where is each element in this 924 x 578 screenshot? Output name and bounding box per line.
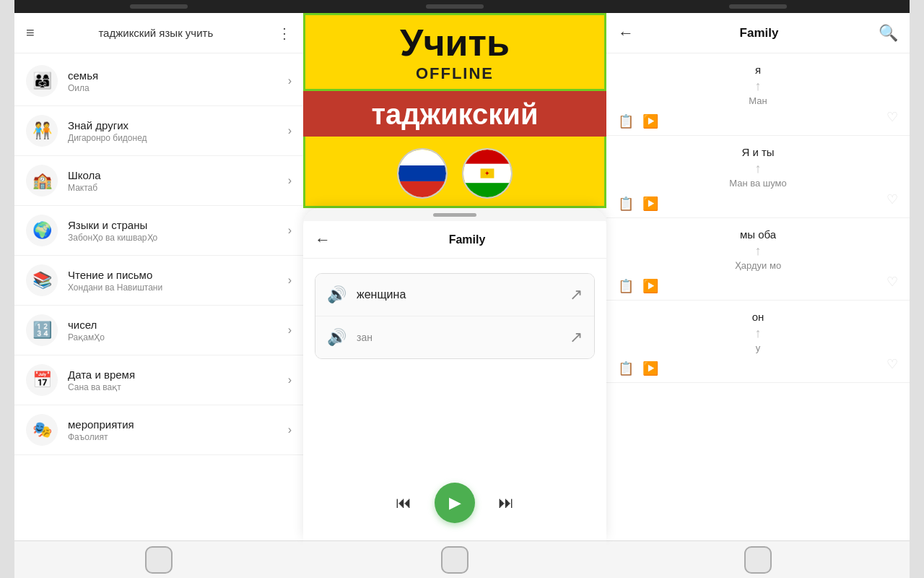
menu-arrow-0: › bbox=[288, 74, 292, 87]
right-notch bbox=[606, 0, 910, 13]
menu-item-text-6: Дата и время Сана ва вақт bbox=[68, 368, 288, 392]
menu-arrow-6: › bbox=[288, 374, 292, 387]
vocab-tj-2: Ҳардуи мо bbox=[618, 260, 898, 271]
vocab-heart-3[interactable]: ♡ bbox=[886, 356, 898, 372]
play-button[interactable]: ▶ bbox=[435, 483, 475, 523]
menu-item-main-1: Знай других bbox=[68, 119, 288, 131]
vocab-heart-1[interactable]: ♡ bbox=[886, 191, 898, 207]
russia-flag bbox=[397, 148, 448, 199]
right-phone: ← Family 🔍 я ↑ Ман 📋 ▶️ ♡ Я и ты ↑ Ман в… bbox=[606, 0, 910, 578]
inner-back-icon[interactable]: ← bbox=[315, 230, 331, 249]
svg-text:✦: ✦ bbox=[484, 169, 490, 177]
menu-item-main-5: чисел bbox=[68, 319, 288, 331]
menu-item-6[interactable]: 📅 Дата и время Сана ва вақт › bbox=[14, 355, 303, 405]
play-icon: ▶ bbox=[449, 493, 461, 512]
menu-item-sub-2: Мактаб bbox=[68, 183, 288, 193]
menu-item-main-6: Дата и время bbox=[68, 368, 288, 381]
share-icon-1[interactable]: ↗ bbox=[570, 285, 583, 304]
menu-item-sub-6: Сана ва вақт bbox=[68, 382, 288, 392]
left-header: ≡ таджикский язык учить ⋮ bbox=[14, 13, 303, 53]
menu-item-text-2: Школа Мактаб bbox=[68, 169, 288, 193]
inner-phone-card: ← Family 🔊 женщина ↗ 🔊 зан ↗ ⏮ ▶ ⏭ bbox=[303, 208, 606, 540]
middle-notch bbox=[303, 0, 606, 13]
home-button[interactable] bbox=[145, 546, 173, 574]
vocab-note-icon-3[interactable]: 📋 bbox=[618, 361, 634, 376]
inner-header: ← Family bbox=[303, 221, 606, 259]
middle-notch-bar bbox=[426, 4, 484, 9]
vocab-ru-3: он bbox=[618, 311, 898, 323]
menu-arrow-2: › bbox=[288, 174, 292, 187]
vocab-note-icon-2[interactable]: 📋 bbox=[618, 278, 634, 294]
more-options-icon[interactable]: ⋮ bbox=[277, 25, 292, 42]
sound-icon-1[interactable]: 🔊 bbox=[327, 285, 346, 304]
menu-item-sub-3: ЗабонҲо ва кишварҲо bbox=[68, 233, 288, 243]
menu-item-icon-2: 🏫 bbox=[26, 165, 58, 197]
left-header-title: таджикский язык учить bbox=[35, 27, 277, 39]
vocab-item-3: он ↑ у 📋 ▶️ ♡ bbox=[606, 301, 910, 383]
vocab-actions-2: 📋 ▶️ bbox=[618, 278, 898, 294]
vocab-tj-3: у bbox=[618, 342, 898, 353]
menu-item-4[interactable]: 📚 Чтение и письмо Хондани ва Навиштани › bbox=[14, 256, 303, 306]
hamburger-icon[interactable]: ≡ bbox=[26, 25, 35, 41]
sound-icon-2[interactable]: 🔊 bbox=[327, 328, 346, 347]
vocab-play-icon-0[interactable]: ▶️ bbox=[642, 113, 658, 129]
vocab-play-icon-3[interactable]: ▶️ bbox=[642, 361, 658, 376]
svg-rect-9 bbox=[463, 183, 511, 197]
inner-notch bbox=[303, 208, 606, 221]
vocab-heart-2[interactable]: ♡ bbox=[886, 274, 898, 290]
menu-item-sub-5: РақамҲо bbox=[68, 332, 288, 342]
prev-button[interactable]: ⏮ bbox=[396, 493, 411, 512]
next-button[interactable]: ⏭ bbox=[498, 493, 514, 512]
word-row-1: 🔊 женщина ↗ bbox=[315, 274, 594, 316]
vocab-item-2: мы оба ↑ Ҳардуи мо 📋 ▶️ ♡ bbox=[606, 218, 910, 301]
menu-item-0[interactable]: 👨‍👩‍👧 семья Оила › bbox=[14, 56, 303, 106]
menu-item-1[interactable]: 🧑‍🤝‍🧑 Знай других Дигаронро бидонед › bbox=[14, 106, 303, 156]
svg-rect-3 bbox=[398, 165, 446, 181]
menu-item-3[interactable]: 🌍 Языки и страны ЗабонҲо ва кишварҲо › bbox=[14, 206, 303, 256]
menu-item-main-4: Чтение и письмо bbox=[68, 269, 288, 281]
vocab-note-icon-1[interactable]: 📋 bbox=[618, 196, 634, 212]
vocab-play-icon-2[interactable]: ▶️ bbox=[642, 278, 658, 294]
menu-arrow-1: › bbox=[288, 124, 292, 137]
menu-item-sub-7: Фаъолият bbox=[68, 432, 288, 442]
vocab-arrow-0: ↑ bbox=[618, 79, 898, 94]
vocab-item-1: Я и ты ↑ Ман ва шумо 📋 ▶️ ♡ bbox=[606, 136, 910, 218]
vocab-play-icon-1[interactable]: ▶️ bbox=[642, 196, 658, 212]
vocab-note-icon-0[interactable]: 📋 bbox=[618, 113, 634, 129]
player-controls: ⏮ ▶ ⏭ bbox=[303, 471, 606, 540]
vocab-heart-0[interactable]: ♡ bbox=[886, 109, 898, 125]
menu-item-icon-1: 🧑‍🤝‍🧑 bbox=[26, 115, 58, 147]
vocab-actions-1: 📋 ▶️ bbox=[618, 196, 898, 212]
menu-item-sub-4: Хондани ва Навиштани bbox=[68, 282, 288, 293]
menu-item-text-1: Знай других Дигаронро бидонед bbox=[68, 119, 288, 143]
middle-phone: Учить OFFLINE таджикский bbox=[303, 0, 606, 578]
banner-offline: OFFLINE bbox=[416, 64, 494, 83]
right-home-button[interactable] bbox=[744, 546, 772, 574]
vocab-list: я ↑ Ман 📋 ▶️ ♡ Я и ты ↑ Ман ва шумо 📋 ▶️… bbox=[606, 53, 910, 540]
right-home-bar bbox=[606, 540, 910, 578]
menu-item-7[interactable]: 🎭 мероприятия Фаъолият › bbox=[14, 405, 303, 455]
menu-item-text-0: семья Оила bbox=[68, 69, 288, 93]
share-icon-2[interactable]: ↗ bbox=[570, 328, 583, 347]
vocab-actions-0: 📋 ▶️ bbox=[618, 113, 898, 129]
menu-item-icon-6: 📅 bbox=[26, 364, 58, 396]
vocab-arrow-2: ↑ bbox=[618, 243, 898, 259]
search-icon[interactable]: 🔍 bbox=[879, 24, 898, 43]
inner-notch-bar bbox=[433, 213, 476, 217]
right-title: Family bbox=[640, 26, 879, 40]
word-text-2: зан bbox=[357, 332, 372, 343]
menu-item-text-5: чисел РақамҲо bbox=[68, 319, 288, 342]
menu-item-5[interactable]: 🔢 чисел РақамҲо › bbox=[14, 306, 303, 355]
word-card: 🔊 женщина ↗ 🔊 зан ↗ bbox=[315, 273, 595, 359]
vocab-tj-0: Ман bbox=[618, 95, 898, 106]
right-back-icon[interactable]: ← bbox=[618, 24, 634, 43]
banner-tajik-text: таджикский bbox=[371, 98, 538, 130]
word-text-1: женщина bbox=[357, 288, 406, 301]
middle-home-button[interactable] bbox=[441, 546, 468, 574]
vocab-ru-2: мы оба bbox=[618, 228, 898, 241]
menu-item-icon-7: 🎭 bbox=[26, 414, 58, 446]
menu-item-text-7: мероприятия Фаъолият bbox=[68, 418, 288, 442]
menu-arrow-5: › bbox=[288, 324, 292, 337]
menu-item-2[interactable]: 🏫 Школа Мактаб › bbox=[14, 156, 303, 206]
menu-arrow-3: › bbox=[288, 224, 292, 237]
